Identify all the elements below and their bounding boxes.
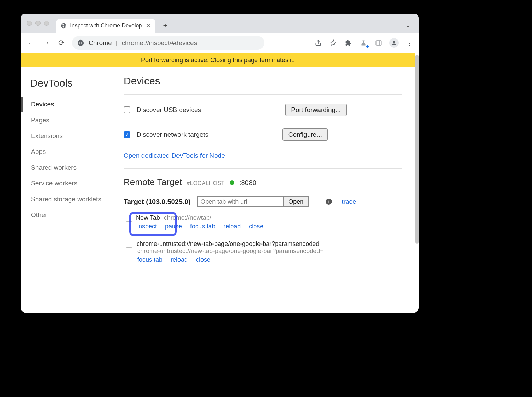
- main-panel: Devices Discover USB devices Port forwar…: [124, 67, 415, 313]
- sidebar-item-service-workers[interactable]: Service workers: [21, 175, 124, 191]
- sidebar-item-pages[interactable]: Pages: [21, 112, 124, 128]
- sidebar-title: DevTools: [21, 75, 124, 97]
- tab-title: Inspect with Chrome Develope: [70, 23, 142, 29]
- discover-usb-label: Discover USB devices: [137, 106, 201, 114]
- sidebar-item-devices[interactable]: Devices: [21, 97, 124, 112]
- maximize-window-icon[interactable]: [44, 21, 49, 26]
- remote-target-port: :8080: [239, 179, 256, 187]
- sidebar-item-apps[interactable]: Apps: [21, 144, 124, 160]
- port-forwarding-button[interactable]: Port forwarding...: [285, 104, 347, 116]
- discover-usb-row: Discover USB devices Port forwarding...: [124, 95, 402, 125]
- focus-tab-link[interactable]: focus tab: [190, 223, 215, 230]
- side-panel-icon[interactable]: [374, 38, 383, 47]
- node-devtools-row: Open dedicated DevTools for Node: [124, 150, 402, 169]
- browser-toolbar: ← → ⟳ Chrome | chrome://inspect/#devices: [21, 33, 419, 53]
- entry-actions: inspect pause focus tab reload close: [126, 222, 402, 230]
- omnibox-separator: |: [116, 39, 118, 47]
- reload-link[interactable]: reload: [223, 223, 241, 230]
- chrome-icon: [77, 39, 84, 47]
- configure-button[interactable]: Configure...: [282, 128, 328, 141]
- close-window-icon[interactable]: [27, 21, 32, 26]
- sidebar-item-extensions[interactable]: Extensions: [21, 128, 124, 144]
- favicon-placeholder-icon: [126, 215, 132, 222]
- remote-target-header: Remote Target #LOCALHOST :8080: [124, 169, 402, 192]
- sidebar-item-other[interactable]: Other: [21, 207, 124, 223]
- entry-url-subline: chrome-untrusted://new-tab-page/one-goog…: [137, 248, 402, 255]
- entry-actions: focus tab reload close: [126, 255, 402, 263]
- target-label: Target (103.0.5025.0): [124, 198, 190, 206]
- minimize-window-icon[interactable]: [35, 21, 41, 26]
- port-forwarding-banner: Port forwarding is active. Closing this …: [21, 53, 415, 67]
- target-entry-0: New Tab chrome://newtab/ inspect pause f…: [124, 212, 402, 233]
- sidebar-item-shared-workers[interactable]: Shared workers: [21, 160, 124, 175]
- tab-strip: Inspect with Chrome Develope ✕ + ⌄: [21, 14, 419, 33]
- forward-button[interactable]: →: [41, 37, 52, 49]
- toolbar-right: ⋮: [314, 38, 414, 48]
- sidebar: DevTools Devices Pages Extensions Apps S…: [21, 67, 124, 313]
- target-entry-1: chrome-untrusted://new-tab-page/one-goog…: [124, 238, 402, 266]
- vertical-scrollbar[interactable]: [415, 55, 419, 244]
- bookmark-star-icon[interactable]: [329, 38, 338, 47]
- back-button[interactable]: ←: [25, 37, 37, 49]
- entry-url-title: chrome-untrusted://new-tab-page/one-goog…: [137, 240, 323, 248]
- extensions-icon[interactable]: [344, 38, 353, 47]
- globe-icon: [61, 23, 67, 29]
- discover-usb-checkbox[interactable]: [124, 106, 130, 113]
- reload-link[interactable]: reload: [171, 256, 188, 263]
- reload-button[interactable]: ⟳: [56, 37, 67, 49]
- info-icon[interactable]: i: [326, 198, 332, 205]
- svg-point-2: [80, 42, 82, 44]
- close-link[interactable]: close: [249, 223, 263, 230]
- close-tab-icon[interactable]: ✕: [146, 22, 151, 30]
- entry-header: chrome-untrusted://new-tab-page/one-goog…: [126, 240, 402, 248]
- pause-link[interactable]: pause: [165, 223, 182, 230]
- entry-header: New Tab chrome://newtab/: [126, 214, 402, 222]
- svg-rect-4: [376, 41, 381, 45]
- focus-tab-link[interactable]: focus tab: [137, 256, 162, 263]
- favicon-placeholder-icon: [126, 241, 132, 248]
- browser-tab[interactable]: Inspect with Chrome Develope ✕: [56, 19, 155, 33]
- entry-url-trail: chrome://newtab/: [164, 214, 211, 222]
- discover-network-checkbox[interactable]: [124, 131, 130, 138]
- tabs-menu-chevron-icon[interactable]: ⌄: [405, 21, 411, 30]
- page-body: DevTools Devices Pages Extensions Apps S…: [21, 67, 415, 313]
- sidebar-item-shared-storage-worklets[interactable]: Shared storage worklets: [21, 191, 124, 207]
- status-dot-icon: [230, 180, 234, 185]
- omnibox-context: Chrome: [89, 39, 112, 47]
- target-row: Target (103.0.5025.0) Open i trace: [124, 192, 402, 209]
- inspect-link[interactable]: inspect: [137, 223, 157, 230]
- open-tab-button[interactable]: Open: [283, 196, 309, 207]
- overflow-menu-icon[interactable]: ⋮: [405, 38, 414, 47]
- remote-target-title: Remote Target: [124, 177, 182, 188]
- profile-avatar[interactable]: [389, 38, 399, 48]
- trace-link[interactable]: trace: [342, 198, 356, 205]
- window-controls: [27, 21, 49, 26]
- open-node-devtools-link[interactable]: Open dedicated DevTools for Node: [124, 152, 225, 159]
- entry-title: New Tab: [136, 214, 160, 222]
- omnibox-url: chrome://inspect/#devices: [122, 39, 197, 47]
- labs-icon[interactable]: [359, 38, 368, 47]
- page-heading: Devices: [124, 74, 402, 95]
- open-tab-url-input[interactable]: [197, 196, 283, 207]
- browser-window: Inspect with Chrome Develope ✕ + ⌄ ← → ⟳…: [21, 14, 419, 313]
- discover-network-row: Discover network targets Configure...: [124, 125, 402, 150]
- new-tab-button[interactable]: +: [160, 21, 171, 31]
- share-icon[interactable]: [314, 38, 323, 47]
- discover-network-label: Discover network targets: [137, 131, 208, 138]
- close-link[interactable]: close: [196, 256, 210, 263]
- address-bar[interactable]: Chrome | chrome://inspect/#devices: [72, 36, 264, 50]
- remote-target-host: #LOCALHOST: [187, 180, 225, 186]
- content-area: Port forwarding is active. Closing this …: [21, 53, 419, 313]
